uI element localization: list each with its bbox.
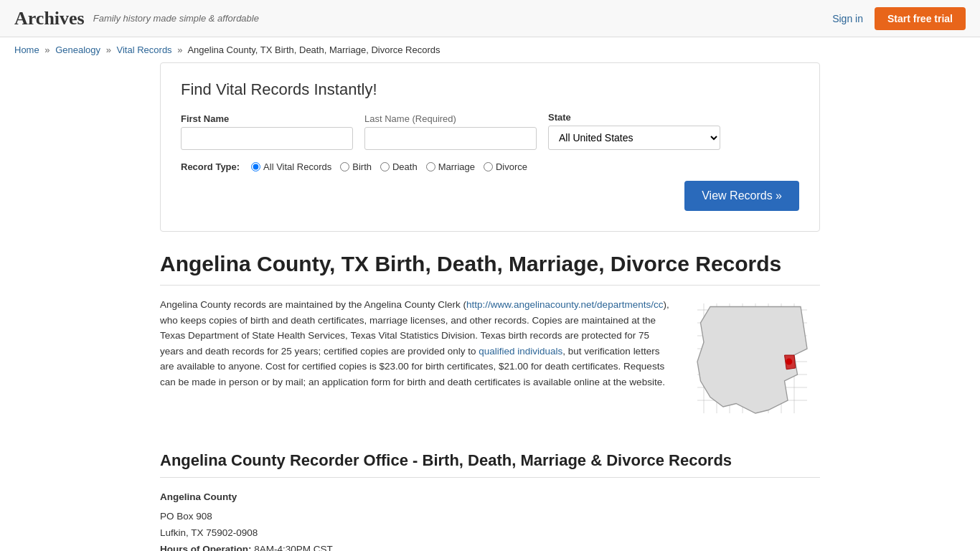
hours-value: 8AM-4:30PM CST (254, 544, 333, 551)
radio-death-label: Death (392, 161, 418, 172)
office-address2: Lufkin, TX 75902-0908 (160, 525, 820, 542)
record-type-row: Record Type: All Vital Records Birth Dea… (181, 161, 799, 172)
breadcrumb-vital-records[interactable]: Vital Records (117, 44, 172, 55)
qualified-individuals-link[interactable]: qualified individuals (479, 346, 562, 357)
logo: Archives (14, 8, 85, 29)
search-fields: First Name Last Name (Required) State Al… (181, 112, 799, 150)
radio-marriage-label: Marriage (438, 161, 475, 172)
search-box: Find Vital Records Instantly! First Name… (160, 62, 820, 232)
sign-in-link[interactable]: Sign in (832, 13, 863, 24)
office-name: Angelina County (160, 489, 820, 506)
radio-marriage[interactable]: Marriage (426, 161, 475, 172)
sub-section-title: Angelina County Recorder Office - Birth,… (160, 451, 820, 478)
texas-map-svg (691, 297, 820, 426)
main-content: Find Vital Records Instantly! First Name… (146, 62, 834, 551)
hours-label: Hours of Operation: (160, 544, 252, 551)
radio-birth-input[interactable] (340, 162, 349, 171)
last-name-group: Last Name (Required) (364, 113, 537, 150)
tx-map (691, 297, 820, 428)
first-name-group: First Name (181, 113, 353, 150)
first-name-input[interactable] (181, 127, 353, 150)
breadcrumb-current: Angelina County, TX Birth, Death, Marria… (187, 44, 440, 55)
office-address1: PO Box 908 (160, 509, 820, 525)
sub-section: Angelina County Recorder Office - Birth,… (160, 451, 820, 551)
tagline: Family history made simple & affordable (93, 13, 259, 24)
record-type-label: Record Type: (181, 161, 240, 172)
breadcrumb-home[interactable]: Home (14, 44, 39, 55)
last-name-input[interactable] (364, 127, 537, 150)
header-right: Sign in Start free trial (832, 7, 966, 30)
content-area: Angelina County records are maintained b… (160, 297, 820, 428)
header-left: Archives Family history made simple & af… (14, 8, 259, 29)
office-hours: Hours of Operation: 8AM-4:30PM CST (160, 542, 820, 551)
radio-group: All Vital Records Birth Death Marriage D… (251, 161, 527, 172)
radio-death-input[interactable] (380, 162, 390, 171)
first-name-label: First Name (181, 113, 353, 124)
radio-all-input[interactable] (251, 162, 260, 171)
breadcrumb-sep1: » (44, 44, 50, 55)
search-actions: View Records » (181, 181, 799, 211)
radio-all-label: All Vital Records (263, 161, 331, 172)
page-header: Archives Family history made simple & af… (0, 0, 980, 37)
radio-divorce-label: Divorce (496, 161, 527, 172)
radio-divorce[interactable]: Divorce (484, 161, 527, 172)
description-paragraph: Angelina County records are maintained b… (160, 297, 674, 390)
radio-divorce-input[interactable] (484, 162, 493, 171)
radio-death[interactable]: Death (380, 161, 418, 172)
state-label: State (548, 112, 720, 123)
start-trial-button[interactable]: Start free trial (875, 7, 966, 30)
radio-birth-label: Birth (352, 161, 372, 172)
breadcrumb-sep3: » (177, 44, 182, 55)
last-name-label: Last Name (Required) (364, 113, 537, 124)
office-info: Angelina County PO Box 908 Lufkin, TX 75… (160, 489, 820, 551)
radio-all-vital[interactable]: All Vital Records (251, 161, 331, 172)
breadcrumb-sep2: » (106, 44, 111, 55)
state-group: State All United States Alabama Alaska A… (548, 112, 720, 150)
county-marker (786, 359, 792, 365)
content-text: Angelina County records are maintained b… (160, 297, 674, 428)
state-select[interactable]: All United States Alabama Alaska Arizona… (548, 126, 720, 150)
radio-birth[interactable]: Birth (340, 161, 372, 172)
page-title: Angelina County, TX Birth, Death, Marria… (160, 252, 820, 286)
view-records-button[interactable]: View Records » (684, 181, 799, 211)
breadcrumb: Home » Genealogy » Vital Records » Angel… (0, 37, 980, 62)
county-clerk-link[interactable]: http://www.angelinacounty.net/department… (466, 299, 663, 310)
search-title: Find Vital Records Instantly! (181, 80, 799, 99)
breadcrumb-genealogy[interactable]: Genealogy (55, 44, 100, 55)
radio-marriage-input[interactable] (426, 162, 435, 171)
